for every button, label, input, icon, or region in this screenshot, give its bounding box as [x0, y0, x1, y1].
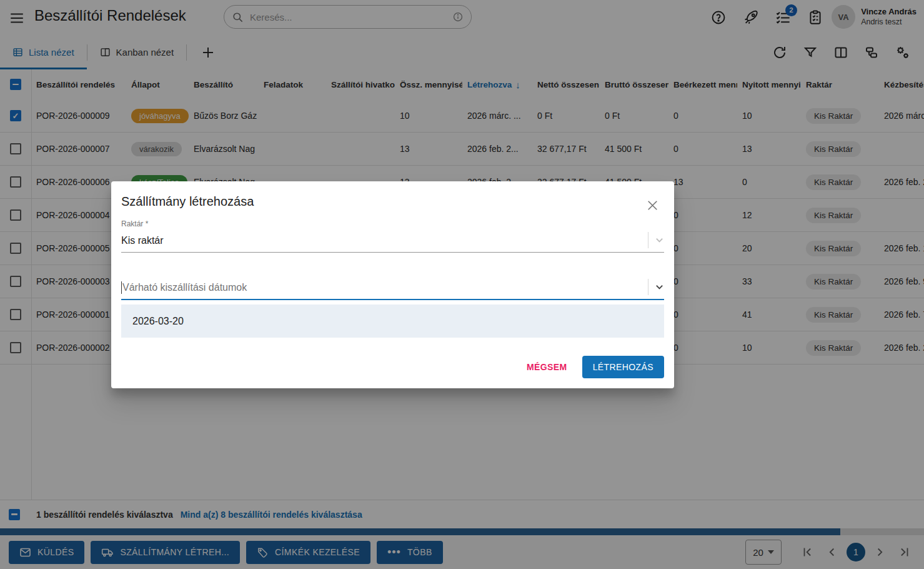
warehouse-select-value: Kis raktár	[121, 235, 164, 246]
chevron-down-icon[interactable]	[655, 236, 664, 244]
expected-dates-placeholder: Várható kiszállítási dátumok	[122, 282, 247, 293]
field-divider	[648, 232, 648, 248]
create-button[interactable]: LÉTREHOZÁS	[582, 356, 664, 378]
expected-dates-combobox[interactable]: Várható kiszállítási dátumok	[121, 276, 664, 300]
warehouse-select[interactable]: Kis raktár	[121, 229, 664, 253]
cancel-button[interactable]: MÉGSEM	[522, 357, 572, 377]
close-icon[interactable]	[642, 195, 663, 216]
dropdown-option[interactable]: 2026-03-20	[132, 316, 184, 327]
dropdown-option-list: 2026-03-20	[121, 305, 664, 338]
field-divider	[648, 279, 648, 295]
text-cursor	[121, 281, 122, 294]
chevron-down-icon[interactable]	[655, 283, 664, 291]
warehouse-field-label: Raktár *	[121, 219, 664, 228]
create-shipment-modal: Szállítmány létrehozása Raktár * Kis rak…	[111, 181, 674, 388]
modal-title: Szállítmány létrehozása	[121, 181, 664, 209]
